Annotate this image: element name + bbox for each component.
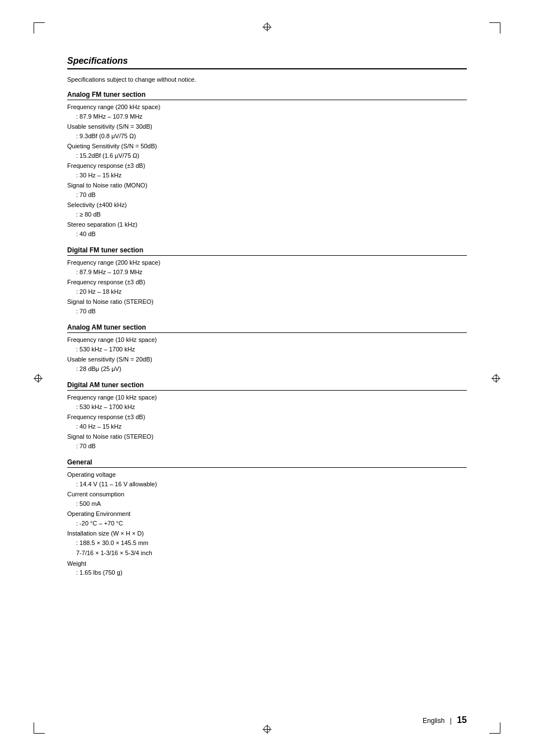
- spec-item-general-3: Installation size (W × H × D): 188.5 × 3…: [67, 529, 467, 547]
- spec-value: 7-7/16 × 1-3/16 × 5-3/4 inch: [67, 548, 467, 558]
- spec-label: Frequency range (10 kHz space): [67, 393, 467, 402]
- content-area: Specifications Specifications subject to…: [67, 56, 467, 700]
- spec-label: Weight: [67, 559, 467, 569]
- spec-label: Signal to Noise ratio (MONO): [67, 181, 467, 190]
- spec-value: : 9.3dBf (0.8 μV/75 Ω): [67, 132, 467, 141]
- spec-value: : 87.9 MHz – 107.9 MHz: [67, 267, 467, 277]
- separator: |: [450, 717, 452, 725]
- corner-mark-bottom-left: [34, 722, 45, 734]
- spec-item-general-2: Operating Environment: -20 °C – +70 °C: [67, 509, 467, 528]
- spec-label: Stereo separation (1 kHz): [67, 220, 467, 229]
- spec-value: : 70 dB: [67, 442, 467, 451]
- spec-item-analog-fm-0: Frequency range (200 kHz space): 87.9 MH…: [67, 102, 467, 121]
- spec-value: : 70 dB: [67, 190, 467, 200]
- spec-value: : -20 °C – +70 °C: [67, 519, 467, 528]
- spec-item-analog-am-1: Usable sensitivity (S/N = 20dB): 28 dBμ …: [67, 355, 467, 373]
- crosshair-top-center: [263, 22, 271, 31]
- language-label: English: [423, 717, 444, 725]
- spec-item-general-1: Current consumption: 500 mA: [67, 490, 467, 508]
- corner-mark-top-right: [489, 22, 500, 34]
- section-title-digital-fm: Digital FM tuner section: [67, 246, 467, 256]
- section-general: GeneralOperating voltage: 14.4 V (11 – 1…: [67, 458, 467, 577]
- spec-item-digital-am-0: Frequency range (10 kHz space): 530 kHz …: [67, 393, 467, 411]
- spec-label: Usable sensitivity (S/N = 20dB): [67, 355, 467, 364]
- spec-item-digital-fm-0: Frequency range (200 kHz space): 87.9 MH…: [67, 258, 467, 276]
- spec-item-analog-fm-4: Signal to Noise ratio (MONO): 70 dB: [67, 181, 467, 199]
- corner-mark-top-left: [34, 22, 45, 34]
- spec-value: : 28 dBμ (25 μV): [67, 364, 467, 374]
- spec-item-analog-fm-1: Usable sensitivity (S/N = 30dB): 9.3dBf …: [67, 122, 467, 140]
- spec-value: : 15.2dBf (1.6 μV/75 Ω): [67, 151, 467, 161]
- spec-label: Signal to Noise ratio (STEREO): [67, 432, 467, 442]
- spec-item-analog-fm-3: Frequency response (±3 dB): 30 Hz – 15 k…: [67, 161, 467, 180]
- spec-value: : 20 Hz – 18 kHz: [67, 287, 467, 297]
- spec-label: Frequency response (±3 dB): [67, 412, 467, 422]
- spec-label: Operating Environment: [67, 509, 467, 519]
- page-title: Specifications: [67, 56, 467, 69]
- spec-item-digital-fm-1: Frequency response (±3 dB): 20 Hz – 18 k…: [67, 278, 467, 296]
- crosshair-bottom-center: [263, 725, 271, 734]
- spec-item-analog-fm-6: Stereo separation (1 kHz): 40 dB: [67, 220, 467, 238]
- spec-label: Current consumption: [67, 490, 467, 499]
- spec-item-digital-am-2: Signal to Noise ratio (STEREO): 70 dB: [67, 432, 467, 450]
- spec-value: : 87.9 MHz – 107.9 MHz: [67, 112, 467, 121]
- section-title-analog-fm: Analog FM tuner section: [67, 91, 467, 100]
- spec-value: : 40 Hz – 15 kHz: [67, 422, 467, 431]
- spec-label: Usable sensitivity (S/N = 30dB): [67, 122, 467, 132]
- spec-value: : 40 dB: [67, 229, 467, 239]
- section-analog-am: Analog AM tuner sectionFrequency range (…: [67, 323, 467, 373]
- page: Specifications Specifications subject to…: [0, 0, 534, 756]
- spec-value: : 70 dB: [67, 307, 467, 316]
- spec-item-analog-fm-5: Selectivity (±400 kHz): ≥ 80 dB: [67, 200, 467, 219]
- spec-label: Operating voltage: [67, 470, 467, 480]
- page-number-area: English | 15: [423, 715, 467, 725]
- crosshair-middle-left: [34, 374, 43, 383]
- spec-value: : 1.65 lbs (750 g): [67, 568, 467, 577]
- section-title-analog-am: Analog AM tuner section: [67, 323, 467, 333]
- section-title-general: General: [67, 458, 467, 468]
- spec-label: Selectivity (±400 kHz): [67, 200, 467, 210]
- spec-label: Quieting Sensitivity (S/N = 50dB): [67, 142, 467, 151]
- section-digital-fm: Digital FM tuner sectionFrequency range …: [67, 246, 467, 316]
- spec-value: : 14.4 V (11 – 16 V allowable): [67, 480, 467, 489]
- spec-item-digital-fm-2: Signal to Noise ratio (STEREO): 70 dB: [67, 297, 467, 316]
- spec-item-analog-fm-2: Quieting Sensitivity (S/N = 50dB): 15.2d…: [67, 142, 467, 160]
- spec-label: Frequency range (200 kHz space): [67, 258, 467, 267]
- spec-item-general-5: Weight: 1.65 lbs (750 g): [67, 559, 467, 577]
- spec-label: Frequency response (±3 dB): [67, 161, 467, 171]
- section-title-digital-am: Digital AM tuner section: [67, 381, 467, 391]
- spec-value: : ≥ 80 dB: [67, 210, 467, 219]
- corner-mark-bottom-right: [489, 722, 500, 734]
- spec-item-general-4: 7-7/16 × 1-3/16 × 5-3/4 inch: [67, 548, 467, 558]
- section-digital-am: Digital AM tuner sectionFrequency range …: [67, 381, 467, 450]
- crosshair-middle-right: [491, 374, 500, 383]
- spec-value: : 530 kHz – 1700 kHz: [67, 402, 467, 412]
- subtitle: Specifications subject to change without…: [67, 76, 467, 83]
- spec-value: : 30 Hz – 15 kHz: [67, 171, 467, 180]
- spec-value: : 500 mA: [67, 499, 467, 509]
- spec-label: Frequency response (±3 dB): [67, 278, 467, 287]
- page-number: 15: [457, 715, 467, 725]
- section-analog-fm: Analog FM tuner sectionFrequency range (…: [67, 91, 467, 238]
- spec-item-digital-am-1: Frequency response (±3 dB): 40 Hz – 15 k…: [67, 412, 467, 431]
- sections-container: Analog FM tuner sectionFrequency range (…: [67, 91, 467, 577]
- spec-value: : 188.5 × 30.0 × 145.5 mm: [67, 538, 467, 548]
- spec-item-analog-am-0: Frequency range (10 kHz space): 530 kHz …: [67, 335, 467, 354]
- spec-value: : 530 kHz – 1700 kHz: [67, 345, 467, 354]
- spec-item-general-0: Operating voltage: 14.4 V (11 – 16 V all…: [67, 470, 467, 489]
- spec-label: Signal to Noise ratio (STEREO): [67, 297, 467, 307]
- spec-label: Frequency range (10 kHz space): [67, 335, 467, 345]
- spec-label: Frequency range (200 kHz space): [67, 102, 467, 112]
- spec-label: Installation size (W × H × D): [67, 529, 467, 538]
